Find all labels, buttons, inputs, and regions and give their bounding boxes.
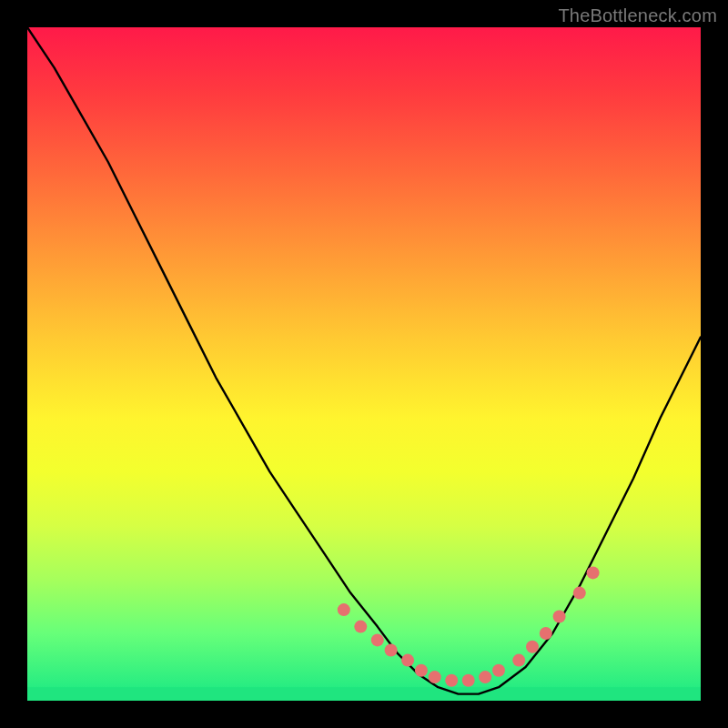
curve-marker (587, 566, 600, 579)
curve-marker (445, 674, 458, 687)
curve-marker (354, 621, 367, 633)
watermark-text: TheBottleneck.com (558, 5, 717, 26)
curve-marker (415, 664, 428, 677)
bottleneck-curve-chart (27, 27, 701, 701)
chart-plot-area (27, 27, 701, 701)
curve-marker (371, 633, 384, 646)
curve-marker (492, 664, 505, 677)
curve-marker (401, 654, 414, 667)
curve-marker (512, 654, 525, 667)
curve-marker (573, 587, 586, 600)
chart-baseline-bar (27, 687, 701, 701)
curve-marker (479, 671, 491, 683)
curve-marker (553, 611, 566, 623)
curve-marker (462, 674, 475, 687)
curve-marker (385, 644, 398, 657)
curve-marker (540, 627, 552, 640)
curve-marker (338, 603, 350, 616)
curve-marker (526, 641, 539, 653)
bottleneck-curve (27, 27, 701, 694)
curve-marker (429, 671, 441, 683)
